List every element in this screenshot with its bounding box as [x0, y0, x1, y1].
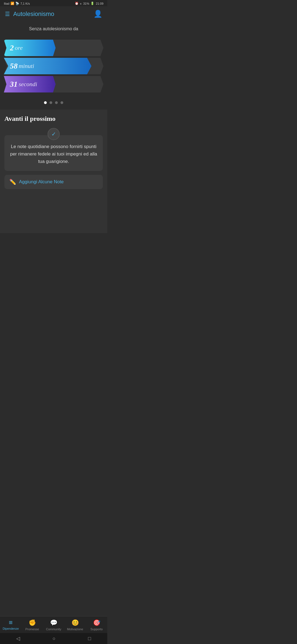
timer-hours-value: 2: [10, 43, 14, 52]
check-mark-icon: ✓: [51, 131, 56, 137]
timer-seconds-row: 31 secondi: [4, 76, 103, 92]
info-card: Le note quotidiane possono fornirti spun…: [4, 135, 103, 171]
main-content: Senza autolesionismo da 2 ore 58 minuti …: [0, 21, 107, 110]
carrier-label: Iliad: [4, 2, 9, 5]
dot-4[interactable]: [61, 101, 63, 104]
time-label: 21:09: [96, 2, 103, 5]
timer-minutes-row: 58 minuti: [4, 58, 103, 74]
add-note-label: Aggiungi Alcune Note: [19, 179, 64, 185]
app-bar-left: ☰ Autolesionismo: [5, 10, 54, 18]
lower-section: Avanti il prossimo ✓ Le note quotidiane …: [0, 110, 107, 233]
timer-minutes-fg: 58 minuti: [4, 58, 92, 74]
check-circle-wrapper: ✓: [4, 128, 103, 140]
dot-1[interactable]: [44, 101, 47, 104]
timer-container: 2 ore 58 minuti 31 secondi: [0, 40, 107, 94]
note-icon: ✏️: [9, 179, 16, 185]
info-card-text: Le note quotidiane possono fornirti spun…: [9, 143, 98, 165]
hamburger-menu-icon[interactable]: ☰: [5, 11, 10, 17]
profile-icon[interactable]: 👤: [94, 10, 102, 18]
timer-hours-row: 2 ore: [4, 40, 103, 56]
timer-hours-unit: ore: [15, 44, 23, 51]
page-dots: [0, 94, 107, 110]
app-bar: ☰ Autolesionismo 👤: [0, 6, 107, 21]
app-title: Autolesionismo: [13, 10, 54, 18]
battery-label: 31%: [83, 2, 89, 5]
check-circle: ✓: [48, 128, 60, 140]
status-left: Iliad 📶 📡 7,1 K/s: [4, 2, 30, 5]
battery-icon: 🔋: [90, 2, 94, 5]
add-note-card[interactable]: ✏️ Aggiungi Alcune Note: [4, 175, 103, 189]
timer-seconds-value: 31: [10, 80, 18, 89]
speed-label: 7,1 K/s: [20, 2, 30, 5]
dot-2[interactable]: [50, 101, 52, 104]
timer-minutes-value: 58: [10, 62, 18, 70]
status-bar: Iliad 📶 📡 7,1 K/s ⏰ ⁎ 31% 🔋 21:09: [0, 0, 107, 6]
timer-seconds-fg: 31 secondi: [4, 76, 56, 92]
timer-seconds-unit: secondi: [19, 81, 37, 88]
timer-minutes-unit: minuti: [19, 62, 34, 70]
status-right: ⏰ ⁎ 31% 🔋 21:09: [75, 2, 103, 5]
signal-icon: 📶: [10, 2, 14, 5]
alarm-icon: ⏰: [75, 2, 79, 5]
wifi-icon: 📡: [15, 2, 19, 5]
dot-3[interactable]: [55, 101, 58, 104]
bluetooth-icon: ⁎: [80, 2, 82, 5]
subtitle-text: Senza autolesionismo da: [0, 21, 107, 40]
timer-hours-fg: 2 ore: [4, 40, 56, 56]
section-title: Avanti il prossimo: [4, 115, 103, 122]
